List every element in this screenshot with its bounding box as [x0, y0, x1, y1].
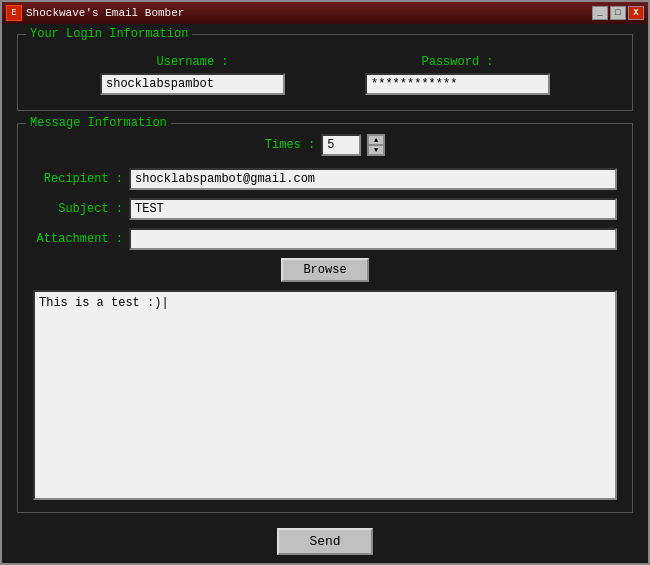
password-label: Password :: [421, 55, 493, 69]
window-content: Your Login Information Username : Passwo…: [2, 24, 648, 523]
recipient-field: Recipient :: [33, 168, 617, 190]
login-group-title: Your Login Information: [26, 27, 192, 41]
password-input[interactable]: [365, 73, 550, 95]
login-group-box: Your Login Information Username : Passwo…: [17, 34, 633, 111]
spinner-up[interactable]: ▲: [368, 135, 384, 145]
minimize-button[interactable]: _: [592, 6, 608, 20]
browse-button[interactable]: Browse: [281, 258, 368, 282]
recipient-label: Recipient :: [33, 172, 123, 186]
window-controls: _ □ X: [592, 6, 644, 20]
attachment-input[interactable]: [129, 228, 617, 250]
browse-row: Browse: [33, 258, 617, 282]
subject-input[interactable]: [129, 198, 617, 220]
login-section: Username : Password :: [33, 45, 617, 95]
username-group: Username :: [100, 55, 285, 95]
app-icon: E: [6, 5, 22, 21]
window-title: Shockwave's Email Bomber: [26, 7, 592, 19]
close-button[interactable]: X: [628, 6, 644, 20]
maximize-button[interactable]: □: [610, 6, 626, 20]
message-textarea[interactable]: This is a test :)|: [33, 290, 617, 500]
message-group-box: Message Information Times : ▲ ▼ Recipien…: [17, 123, 633, 513]
username-label: Username :: [156, 55, 228, 69]
times-spinner: ▲ ▼: [367, 134, 385, 156]
times-label: Times :: [265, 138, 315, 152]
attachment-label: Attachment :: [33, 232, 123, 246]
attachment-row: Attachment :: [33, 228, 617, 250]
password-group: Password :: [365, 55, 550, 95]
title-bar: E Shockwave's Email Bomber _ □ X: [2, 2, 648, 24]
subject-label: Subject :: [33, 202, 123, 216]
main-window: E Shockwave's Email Bomber _ □ X Your Lo…: [0, 0, 650, 565]
times-input[interactable]: [321, 134, 361, 156]
spinner-down[interactable]: ▼: [368, 145, 384, 155]
send-row: Send: [2, 523, 648, 563]
times-row: Times : ▲ ▼: [33, 134, 617, 156]
message-group-title: Message Information: [26, 116, 171, 130]
username-input[interactable]: [100, 73, 285, 95]
subject-field: Subject :: [33, 198, 617, 220]
recipient-input[interactable]: [129, 168, 617, 190]
send-button[interactable]: Send: [277, 528, 372, 555]
